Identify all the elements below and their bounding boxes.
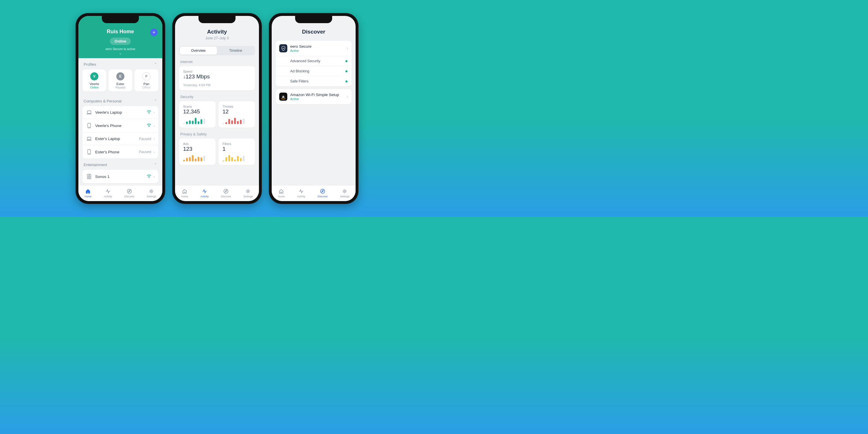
phone-discover: Discover eero Secure Active › Advanced S… <box>269 13 359 204</box>
profiles-section-head[interactable]: Profiles ⌃ <box>79 58 162 69</box>
profile-status: Online <box>90 86 99 89</box>
device-row[interactable]: Veerle's Phone › <box>83 119 158 132</box>
amazon-setup-row[interactable]: a Amazon Wi-Fi Simple Setup Active › <box>276 89 351 104</box>
bar <box>231 157 233 161</box>
profile-card[interactable]: P Pan Offline <box>134 69 158 91</box>
svg-point-15 <box>247 190 249 192</box>
bar <box>204 156 205 161</box>
device-name: Sonos 1 <box>95 175 147 179</box>
device-name: Veerle's Phone <box>95 124 147 128</box>
segment-timeline[interactable]: Timeline <box>217 46 254 55</box>
svg-point-10 <box>88 176 90 178</box>
tab-activity[interactable]: Activity <box>294 187 308 199</box>
bar <box>197 157 199 161</box>
computers-label: Computers & Personal <box>84 99 122 103</box>
eero-secure-row[interactable]: eero Secure Active › <box>276 41 351 56</box>
ads-value: 123 <box>183 146 212 152</box>
ads-card[interactable]: Ads 123 <box>179 138 216 165</box>
bar <box>228 155 230 161</box>
bar <box>237 156 239 161</box>
speaker-icon <box>86 174 92 179</box>
profile-name: Ester <box>117 82 124 86</box>
bar <box>195 159 196 161</box>
svg-point-14 <box>224 189 228 193</box>
profile-card[interactable]: E Ester Paused <box>108 69 132 91</box>
bar <box>200 157 202 161</box>
laptop-icon <box>86 111 92 115</box>
wifi-icon <box>147 175 151 179</box>
add-button[interactable]: + <box>150 29 158 36</box>
discover-sub-label: Ad Blocking <box>290 69 309 73</box>
discover-icon <box>320 189 325 194</box>
tab-discover[interactable]: Discover <box>315 187 331 199</box>
status-dot-icon <box>345 70 347 72</box>
discover-title: Discover <box>276 29 351 35</box>
tab-home[interactable]: Home <box>82 187 94 199</box>
bar <box>228 119 230 124</box>
device-row[interactable]: Veerle's Laptop › <box>83 106 158 119</box>
eero-secure-card: eero Secure Active › Advanced Security A… <box>276 41 351 86</box>
segment-overview[interactable]: Overview <box>180 46 217 55</box>
tab-label: Home <box>278 195 285 198</box>
online-pill[interactable]: Online <box>110 38 131 45</box>
amazon-icon: a <box>279 93 287 101</box>
speed-card[interactable]: Speed ↓123 Mbps Yesterday, 4:04 PM <box>179 66 255 90</box>
tab-activity[interactable]: Activity <box>197 187 212 199</box>
profiles-label: Profiles <box>84 62 96 66</box>
discover-sub-label: Safe Filters <box>290 79 308 83</box>
discover-sub-row[interactable]: Safe Filters <box>276 76 351 86</box>
security-label: Security <box>175 90 259 101</box>
speed-timestamp: Yesterday, 4:04 PM <box>183 83 251 87</box>
chevron-up-icon: ⌃ <box>154 62 157 66</box>
device-row[interactable]: Ester's Phone Paused› <box>83 145 158 159</box>
amazon-title: Amazon Wi-Fi Simple Setup <box>290 93 347 97</box>
tab-settings[interactable]: Settings <box>337 187 352 199</box>
activity-title: Activity <box>180 29 254 35</box>
filters-card[interactable]: Filters 1 <box>218 138 255 165</box>
computers-section-head[interactable]: Computers & Personal ⌃ <box>79 95 162 106</box>
tab-label: Activity <box>297 195 306 198</box>
entertainment-section-head[interactable]: Entertainment ⌃ <box>79 159 162 170</box>
ads-label: Ads <box>183 142 212 146</box>
tab-discover[interactable]: Discover <box>122 187 137 199</box>
device-name: Ester's Phone <box>95 150 139 154</box>
tab-bar: Home Activity Discover Settings <box>79 185 162 201</box>
discover-sub-row[interactable]: Ad Blocking <box>276 66 351 76</box>
profile-status: Paused <box>116 86 125 89</box>
bar <box>234 118 236 124</box>
wifi-icon <box>147 124 151 128</box>
wifi-icon <box>147 110 151 115</box>
tab-label: Home <box>85 195 91 198</box>
entertainment-label: Entertainment <box>84 163 107 167</box>
bar <box>225 157 227 161</box>
home-icon <box>279 189 284 194</box>
tab-activity[interactable]: Activity <box>101 187 115 199</box>
svg-point-4 <box>149 126 149 127</box>
chevron-down-icon[interactable]: ⌄ <box>83 51 158 55</box>
tab-home[interactable]: Home <box>275 187 288 199</box>
scans-card[interactable]: Scans 12,345 <box>179 101 216 128</box>
tab-settings[interactable]: Settings <box>241 187 256 199</box>
discover-icon <box>127 189 132 194</box>
discover-sub-label: Advanced Security <box>290 59 320 63</box>
threats-card[interactable]: Threats 12 <box>218 101 255 128</box>
home-title: Ruis Home <box>83 29 158 35</box>
chevron-right-icon: › <box>154 150 155 154</box>
chevron-right-icon: › <box>154 124 155 128</box>
bar <box>240 158 242 161</box>
svg-rect-0 <box>87 111 91 114</box>
profile-card[interactable]: V Veerle Online <box>83 69 106 91</box>
amazon-status: Active <box>290 97 347 101</box>
tab-settings[interactable]: Settings <box>144 187 159 199</box>
tab-label: Discover <box>318 195 328 198</box>
eero-secure-title: eero Secure <box>290 44 347 49</box>
svg-point-13 <box>151 190 152 192</box>
tab-home[interactable]: Home <box>178 187 191 199</box>
device-row[interactable]: Sonos 1 › <box>83 170 158 183</box>
discover-sub-row[interactable]: Advanced Security <box>276 56 351 66</box>
filters-value: 1 <box>222 146 251 152</box>
chevron-right-icon: › <box>154 110 155 115</box>
tab-discover[interactable]: Discover <box>218 187 234 199</box>
device-row[interactable]: Ester's Laptop Paused› <box>83 132 158 145</box>
segmented-control: Overview Timeline <box>179 46 255 55</box>
